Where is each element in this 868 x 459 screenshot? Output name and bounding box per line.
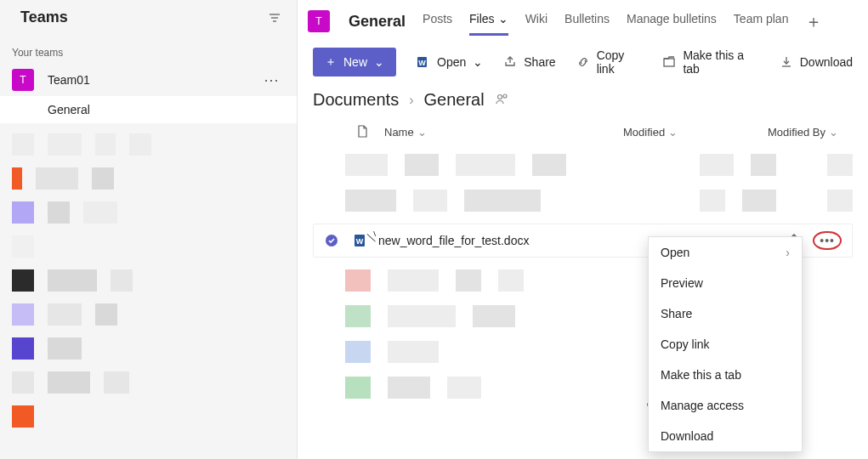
svg-point-6	[497, 94, 502, 99]
ctx-share[interactable]: Share	[649, 298, 802, 329]
plus-icon: ＋	[325, 54, 337, 70]
download-button[interactable]: Download	[780, 55, 853, 69]
chevron-down-icon: ⌄	[829, 126, 838, 139]
share-button[interactable]: Share	[503, 55, 555, 69]
ctx-make-tab[interactable]: Make this a tab	[649, 360, 802, 390]
svg-text:W: W	[418, 59, 426, 67]
column-type-icon[interactable]	[345, 125, 379, 139]
sidebar-obscured-teams	[0, 123, 297, 438]
ellipsis-icon: •••	[820, 234, 835, 247]
ctx-manage-access[interactable]: Manage access	[649, 390, 802, 421]
tab-posts[interactable]: Posts	[423, 7, 452, 36]
breadcrumb-current: General	[423, 90, 484, 110]
column-headers: Name⌄ Modified⌄ Modified By⌄	[298, 125, 868, 147]
chevron-down-icon: ⌄	[473, 55, 483, 69]
tab-icon	[662, 55, 676, 69]
ctx-download[interactable]: Download	[649, 421, 802, 451]
share-icon	[503, 55, 517, 69]
people-icon[interactable]	[495, 91, 510, 110]
your-teams-label: Your teams	[0, 33, 297, 64]
link-icon	[576, 55, 590, 69]
chevron-right-icon: ›	[786, 246, 790, 259]
add-tab-button[interactable]: ＋	[805, 15, 822, 27]
tab-manage-bulletins[interactable]: Manage bulletins	[627, 7, 717, 36]
team-row[interactable]: T Team01 ⋯	[0, 64, 297, 96]
channel-name: General	[349, 13, 406, 31]
column-modified[interactable]: Modified⌄	[623, 126, 768, 139]
svg-point-7	[503, 94, 507, 98]
open-button[interactable]: W Open ⌄	[417, 55, 483, 69]
ctx-copy-link[interactable]: Copy link	[649, 329, 802, 360]
list-item	[313, 147, 853, 183]
file-context-menu: Open› Preview Share Copy link Make this …	[648, 236, 803, 452]
team-name: Team01	[48, 73, 264, 87]
selected-check-icon[interactable]	[319, 234, 344, 247]
breadcrumb: Documents › General	[298, 85, 868, 125]
chevron-down-icon: ⌄	[668, 126, 678, 139]
word-icon: W	[417, 55, 430, 69]
tab-files[interactable]: Files⌄	[469, 7, 508, 36]
list-item	[313, 183, 853, 218]
svg-text:W: W	[356, 237, 364, 246]
chevron-down-icon: ⌄	[374, 55, 384, 69]
svg-rect-5	[664, 59, 674, 66]
chevron-down-icon: ⌄	[498, 12, 508, 26]
channel-tabs: Posts Files⌄ Wiki Bulletins Manage bulle…	[423, 7, 822, 36]
new-button[interactable]: ＋ New ⌄	[313, 48, 396, 76]
tab-team-plan[interactable]: Team plan	[734, 7, 789, 36]
ctx-preview[interactable]: Preview	[649, 268, 802, 298]
teams-title: Teams	[20, 8, 68, 26]
teams-sidebar: Teams Your teams T Team01 ⋯ General	[0, 0, 298, 459]
channel-avatar: T	[308, 10, 330, 32]
tab-bulletins[interactable]: Bulletins	[564, 7, 610, 36]
copy-link-button[interactable]: Copy link	[576, 48, 643, 76]
tab-wiki[interactable]: Wiki	[525, 7, 547, 36]
filter-icon[interactable]	[268, 11, 281, 25]
team-more-icon[interactable]: ⋯	[264, 71, 280, 89]
chevron-down-icon: ⌄	[417, 126, 427, 139]
column-modified-by[interactable]: Modified By⌄	[768, 126, 853, 139]
column-name[interactable]: Name⌄	[379, 126, 623, 139]
make-tab-button[interactable]: Make this a tab	[662, 48, 758, 76]
channel-header: T General Posts Files⌄ Wiki Bulletins Ma…	[298, 0, 868, 36]
more-actions-button[interactable]: •••	[813, 231, 842, 250]
chevron-right-icon: ›	[409, 93, 413, 108]
download-icon	[780, 55, 793, 69]
team-avatar: T	[12, 69, 34, 91]
sidebar-channel-general[interactable]: General	[0, 96, 297, 123]
ctx-open[interactable]: Open›	[649, 237, 802, 268]
files-toolbar: ＋ New ⌄ W Open ⌄ Share Copy link	[298, 36, 868, 85]
breadcrumb-root[interactable]: Documents	[313, 90, 399, 110]
